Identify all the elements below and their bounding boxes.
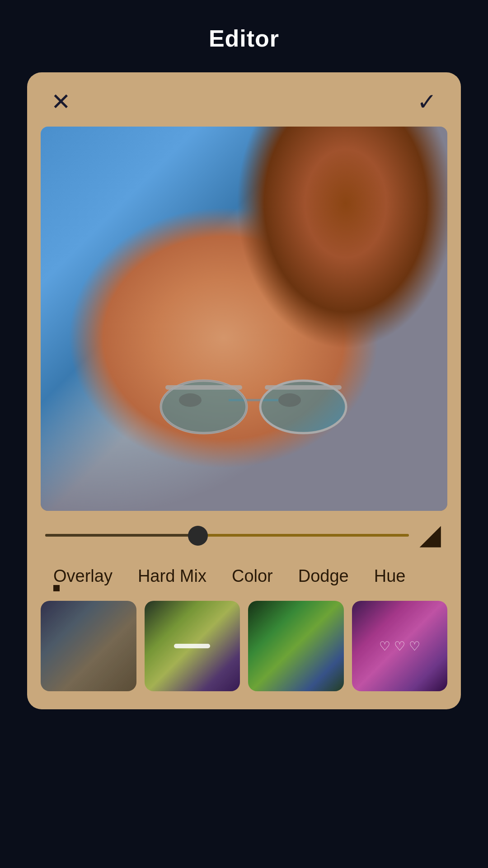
thumbnail-2[interactable] [145,601,240,691]
editor-card: ✕ ✓ [27,72,461,709]
thumbnail-1[interactable] [41,601,136,691]
svg-rect-4 [165,385,242,390]
close-button[interactable]: ✕ [45,86,77,118]
svg-marker-8 [419,526,441,547]
slider-track-container[interactable] [45,534,409,538]
triangle-icon [416,522,443,549]
blend-tabs: Overlay Hard Mix Color Dodge Hue [41,554,447,596]
blend-tab-dodge[interactable]: Dodge [286,563,361,590]
blend-tab-overlay[interactable]: Overlay [41,563,125,590]
slider-fill [45,534,198,537]
confirm-button[interactable]: ✓ [411,86,443,118]
svg-point-6 [179,393,202,407]
card-header: ✕ ✓ [41,86,447,127]
photo-container [41,127,447,511]
slider-row [45,522,443,549]
svg-point-7 [278,393,301,407]
photo-image [41,127,447,511]
thumbnail-3[interactable] [248,601,344,691]
hearts-overlay: ♡♡♡ [379,639,420,654]
thumbnail-4[interactable]: ♡♡♡ [352,601,448,691]
svg-rect-5 [265,385,342,390]
thumb-bg-2 [145,601,240,691]
blend-tab-hardmix[interactable]: Hard Mix [125,563,219,590]
blend-tab-hue[interactable]: Hue [361,563,418,590]
thumbnail-strip: ♡♡♡ [41,596,447,696]
slider-area [41,511,447,554]
thumb-bg-1 [41,601,136,691]
slider-track [45,534,409,537]
wand-icon [174,644,210,648]
slider-thumb[interactable] [188,526,208,546]
sunglasses-overlay [159,375,348,439]
thumb-bg-4: ♡♡♡ [352,601,448,691]
blend-tab-color[interactable]: Color [219,563,286,590]
thumb-bg-3 [248,601,344,691]
page-title: Editor [209,0,279,72]
